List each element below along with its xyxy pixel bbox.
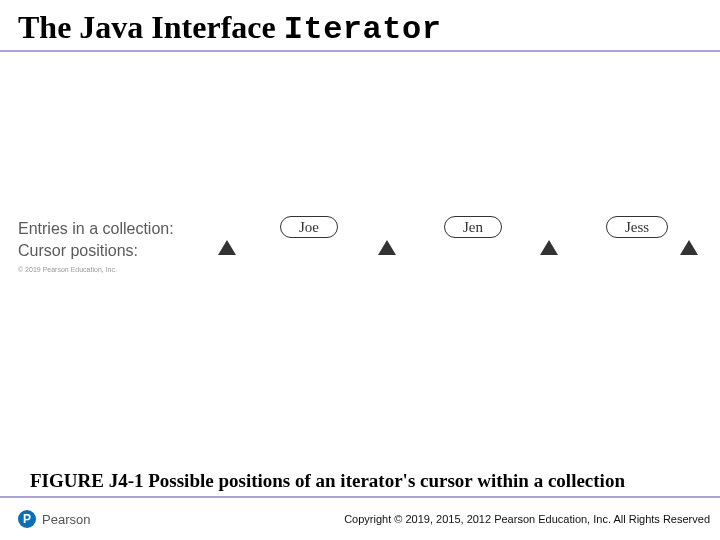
title-prefix: The Java Interface — [18, 9, 284, 45]
copyright-text: Copyright © 2019, 2015, 2012 Pearson Edu… — [344, 513, 710, 525]
caption-underline — [0, 496, 720, 498]
entry-pill: Joe — [280, 216, 338, 238]
entries-label: Entries in a collection: — [18, 218, 174, 240]
entry-pill: Jen — [444, 216, 502, 238]
diagram-copyright: © 2019 Pearson Education, Inc. — [18, 266, 117, 273]
title-interface-name: Iterator — [284, 11, 442, 48]
cursor-triangle-icon — [680, 240, 698, 255]
brand-name: Pearson — [42, 512, 90, 527]
cursor-triangle-icon — [378, 240, 396, 255]
cursor-row — [218, 240, 702, 264]
cursor-triangle-icon — [218, 240, 236, 255]
iterator-diagram: Entries in a collection: Cursor position… — [18, 218, 702, 288]
slide-title: The Java Interface Iterator — [18, 10, 702, 47]
cursor-triangle-icon — [540, 240, 558, 255]
entry-pill: Jess — [606, 216, 668, 238]
slide: The Java Interface Iterator Entries in a… — [0, 0, 720, 540]
brand: P Pearson — [18, 510, 90, 528]
diagram-labels: Entries in a collection: Cursor position… — [18, 218, 174, 262]
entries-row: Joe Jen Jess — [266, 216, 702, 240]
cursor-label: Cursor positions: — [18, 240, 174, 262]
title-underline — [0, 50, 720, 52]
slide-footer: P Pearson Copyright © 2019, 2015, 2012 P… — [18, 508, 710, 530]
pearson-logo-icon: P — [18, 510, 36, 528]
figure-caption: FIGURE J4-1 Possible positions of an ite… — [30, 470, 690, 492]
